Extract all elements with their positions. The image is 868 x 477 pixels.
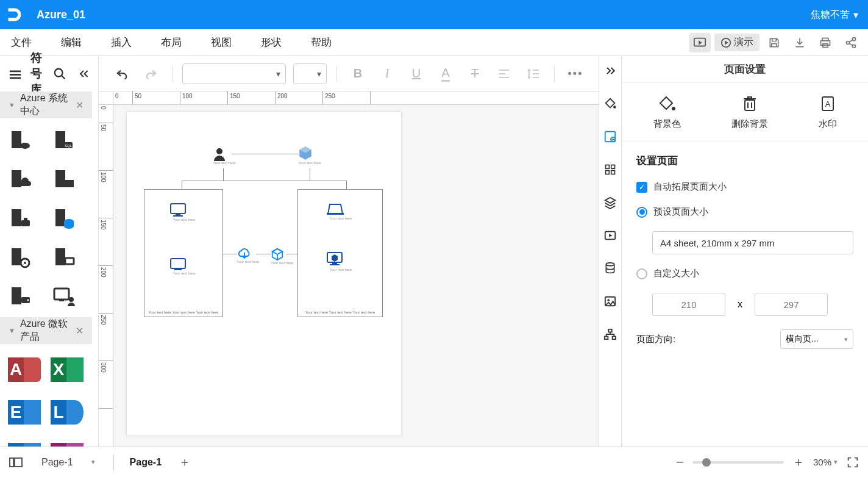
lync-icon[interactable]: L <box>50 396 84 428</box>
width-input[interactable] <box>652 293 725 316</box>
menu-layout[interactable]: 布局 <box>157 33 185 52</box>
page-selector[interactable]: Page-1 ▾ <box>34 454 102 470</box>
collapse-sidebar-icon[interactable] <box>77 68 90 80</box>
image-tool-icon[interactable] <box>599 292 621 311</box>
page-selector-label: Page-1 <box>41 457 73 468</box>
canvas-page[interactable]: Your text here Your text here <box>127 112 401 436</box>
server-gear-icon[interactable] <box>6 243 34 271</box>
layers-tool-icon[interactable] <box>599 193 621 212</box>
menu-file[interactable]: 文件 <box>7 33 35 52</box>
svg-point-5 <box>847 41 850 44</box>
font-size-select[interactable]: ▾ <box>293 63 327 84</box>
document-title[interactable]: Azure_01 <box>37 9 85 21</box>
background-color-action[interactable]: 背景色 <box>653 95 681 130</box>
server-cloud-icon[interactable] <box>6 165 34 193</box>
preset-size-select[interactable]: A4 sheet, 210mm x 297 mm <box>652 231 853 254</box>
user-name: 焦糖不苦 <box>811 9 850 21</box>
server-sql-icon[interactable]: SQL <box>50 126 78 154</box>
share-icon-button[interactable] <box>840 33 862 52</box>
database-tool-icon[interactable] <box>599 259 621 278</box>
menu-insert[interactable]: 插入 <box>107 33 135 52</box>
fill-tool-icon[interactable] <box>599 94 621 113</box>
svg-point-60 <box>606 263 614 266</box>
svg-rect-32 <box>12 287 21 304</box>
slideshow-icon-button[interactable] <box>689 33 711 52</box>
font-family-select[interactable]: ▾ <box>182 63 286 84</box>
close-category-icon[interactable]: ✕ <box>76 325 84 337</box>
exchange-icon[interactable]: E <box>7 396 41 428</box>
monitor-user-icon[interactable] <box>50 282 78 310</box>
svg-point-7 <box>853 45 856 48</box>
server-monitor-icon[interactable] <box>50 243 78 271</box>
more-format-button[interactable]: ••• <box>564 63 586 84</box>
menu-shape[interactable]: 形状 <box>257 33 285 52</box>
server-tablet-icon[interactable] <box>6 282 34 310</box>
hierarchy-tool-icon[interactable] <box>599 325 621 344</box>
orientation-select[interactable]: 横向页... ▾ <box>780 329 853 349</box>
watermark-action[interactable]: A 水印 <box>819 95 837 130</box>
svg-text:A: A <box>825 99 830 109</box>
right-tool-strip <box>599 56 621 447</box>
strikethrough-button[interactable]: T <box>464 63 486 84</box>
node-label: Your text here <box>169 271 199 275</box>
text-color-button[interactable]: A <box>435 63 457 84</box>
category-azure-ms-products[interactable]: ▼ Azure 微软产品 ✕ <box>0 317 92 344</box>
library-icon <box>9 68 22 80</box>
play-frame-tool-icon[interactable] <box>599 226 621 245</box>
italic-button[interactable]: I <box>376 63 398 84</box>
server-db-blue-icon[interactable] <box>50 204 78 232</box>
project-icon[interactable]: P <box>50 439 84 447</box>
download-icon-button[interactable] <box>789 33 811 52</box>
canvas-area: ▾ ▾ B I U A T ••• 0 50 100 150 200 250 <box>99 56 599 447</box>
zoom-slider[interactable] <box>692 461 784 464</box>
chevron-down-icon: ▾ <box>844 335 848 343</box>
expand-strip-icon[interactable] <box>599 61 621 81</box>
fullscreen-icon[interactable] <box>846 456 859 469</box>
action-label: 背景色 <box>653 118 681 130</box>
search-icon[interactable] <box>53 67 66 81</box>
zoom-in-button[interactable]: ＋ <box>792 454 805 470</box>
sidebar-title: 符号库 <box>30 50 53 98</box>
category-azure-system-center[interactable]: ▼ Azure 系统中心 ✕ <box>0 91 92 118</box>
access-icon[interactable]: A <box>7 354 41 386</box>
menu-help[interactable]: 帮助 <box>307 33 335 52</box>
preset-size-radio[interactable]: 预设页面大小 <box>636 206 853 218</box>
page-layout-icon[interactable] <box>9 456 23 468</box>
redo-button[interactable] <box>140 63 162 84</box>
print-icon-button[interactable] <box>814 33 836 52</box>
save-icon-button[interactable] <box>763 33 785 52</box>
height-input[interactable] <box>755 293 828 316</box>
svg-rect-21 <box>21 220 30 226</box>
server-briefcase-icon[interactable] <box>6 204 34 232</box>
custom-size-radio[interactable]: 自定义大小 <box>636 268 853 279</box>
outlook-icon[interactable]: O <box>7 439 41 447</box>
menu-edit[interactable]: 编辑 <box>57 33 85 52</box>
svg-point-62 <box>607 299 610 301</box>
align-button[interactable] <box>493 63 515 84</box>
grid-tool-icon[interactable] <box>599 160 621 179</box>
page-tab[interactable]: Page-1 <box>125 454 166 470</box>
svg-point-11 <box>55 69 63 77</box>
excel-icon[interactable]: X <box>50 354 84 386</box>
zoom-out-button[interactable]: − <box>676 454 684 470</box>
bold-button[interactable]: B <box>347 63 369 84</box>
undo-button[interactable] <box>111 63 133 84</box>
svg-rect-10 <box>10 77 21 79</box>
server-icon[interactable] <box>6 126 34 154</box>
delete-background-action[interactable]: 删除背景 <box>731 95 768 130</box>
menu-view[interactable]: 视图 <box>207 33 235 52</box>
close-category-icon[interactable]: ✕ <box>76 99 84 111</box>
zoom-level-display[interactable]: 30% ▾ <box>813 457 838 467</box>
underline-button[interactable]: U <box>405 63 427 84</box>
page-setup-tool-icon[interactable] <box>599 127 621 146</box>
canvas-viewport[interactable]: 0 50 100 150 200 250 0 50 100 150 200 25… <box>99 91 599 447</box>
present-button[interactable]: 演示 <box>714 34 760 51</box>
line-spacing-button[interactable] <box>522 63 544 84</box>
node-label: Your text here <box>237 260 258 264</box>
server-files-icon[interactable] <box>50 165 78 193</box>
category-body: A X E L O P P <box>0 344 92 447</box>
add-page-button[interactable]: ＋ <box>177 455 192 470</box>
action-label: 删除背景 <box>731 118 768 130</box>
user-menu[interactable]: 焦糖不苦 ▾ <box>811 9 858 21</box>
auto-expand-checkbox[interactable]: ✓ 自动拓展页面大小 <box>636 181 853 193</box>
